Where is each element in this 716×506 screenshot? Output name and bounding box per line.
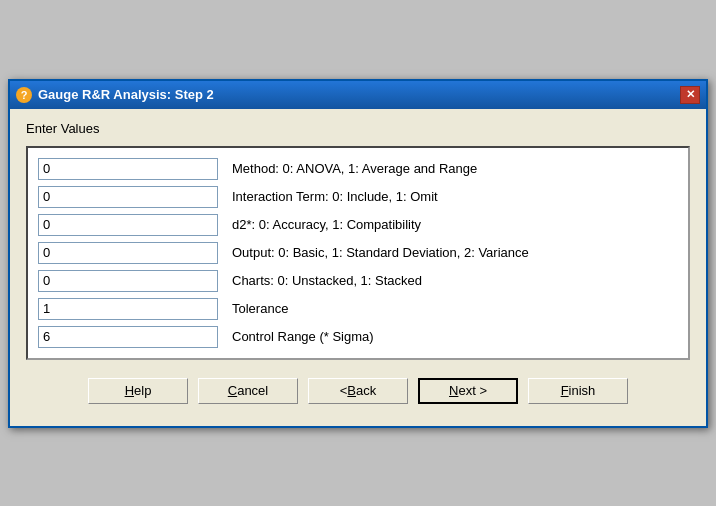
finish-button[interactable]: Finish bbox=[528, 378, 628, 404]
section-label: Enter Values bbox=[26, 121, 690, 136]
close-button[interactable]: ✕ bbox=[680, 86, 700, 104]
field-label-4: Charts: 0: Unstacked, 1: Stacked bbox=[232, 273, 422, 288]
back-button[interactable]: < Back bbox=[308, 378, 408, 404]
field-row: Output: 0: Basic, 1: Standard Deviation,… bbox=[38, 242, 678, 264]
dialog-icon: ? bbox=[16, 87, 32, 103]
field-label-1: Interaction Term: 0: Include, 1: Omit bbox=[232, 189, 438, 204]
field-row: Control Range (* Sigma) bbox=[38, 326, 678, 348]
help-button[interactable]: Help bbox=[88, 378, 188, 404]
field-row: Tolerance bbox=[38, 298, 678, 320]
field-label-0: Method: 0: ANOVA, 1: Average and Range bbox=[232, 161, 477, 176]
field-input-3[interactable] bbox=[38, 242, 218, 264]
dialog-content: Enter Values Method: 0: ANOVA, 1: Averag… bbox=[10, 109, 706, 426]
title-bar-left: ? Gauge R&R Analysis: Step 2 bbox=[16, 87, 214, 103]
field-input-1[interactable] bbox=[38, 186, 218, 208]
title-bar: ? Gauge R&R Analysis: Step 2 ✕ bbox=[10, 81, 706, 109]
field-input-0[interactable] bbox=[38, 158, 218, 180]
field-input-5[interactable] bbox=[38, 298, 218, 320]
field-input-2[interactable] bbox=[38, 214, 218, 236]
fields-area: Method: 0: ANOVA, 1: Average and RangeIn… bbox=[26, 146, 690, 360]
field-label-5: Tolerance bbox=[232, 301, 288, 316]
field-row: Charts: 0: Unstacked, 1: Stacked bbox=[38, 270, 678, 292]
field-row: Method: 0: ANOVA, 1: Average and Range bbox=[38, 158, 678, 180]
field-input-4[interactable] bbox=[38, 270, 218, 292]
field-label-2: d2*: 0: Accuracy, 1: Compatibility bbox=[232, 217, 421, 232]
cancel-button[interactable]: Cancel bbox=[198, 378, 298, 404]
field-row: d2*: 0: Accuracy, 1: Compatibility bbox=[38, 214, 678, 236]
field-input-6[interactable] bbox=[38, 326, 218, 348]
field-row: Interaction Term: 0: Include, 1: Omit bbox=[38, 186, 678, 208]
field-label-6: Control Range (* Sigma) bbox=[232, 329, 374, 344]
field-label-3: Output: 0: Basic, 1: Standard Deviation,… bbox=[232, 245, 529, 260]
dialog-title: Gauge R&R Analysis: Step 2 bbox=[38, 87, 214, 102]
next-button[interactable]: Next > bbox=[418, 378, 518, 404]
dialog-window: ? Gauge R&R Analysis: Step 2 ✕ Enter Val… bbox=[8, 79, 708, 428]
button-row: HelpCancel< BackNext >Finish bbox=[26, 372, 690, 414]
